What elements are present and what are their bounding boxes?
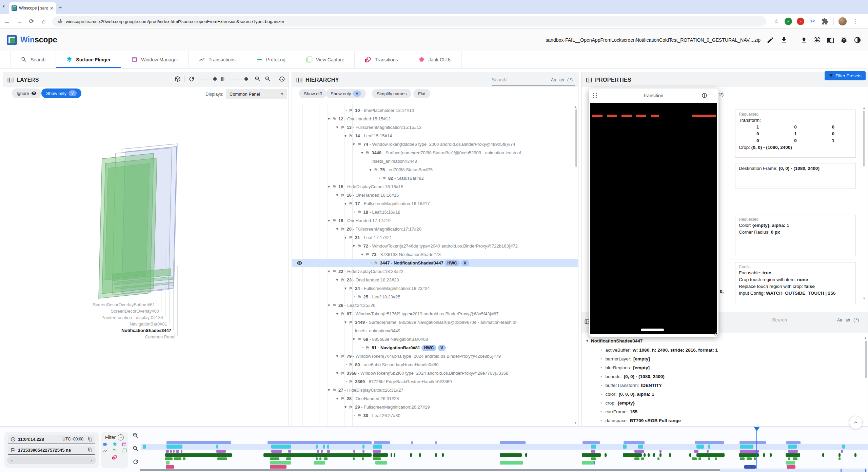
surface-flinger-track-event[interactable] xyxy=(623,445,627,449)
tab-view-capture[interactable]: View Capture xyxy=(296,51,355,68)
expand-arrow-icon[interactable]: ▼ xyxy=(344,284,349,293)
property-item-bufferTransform[interactable]: •bufferTransform:IDENTITY xyxy=(586,381,868,390)
view-capture-icon[interactable] xyxy=(122,448,127,453)
timeline-scrollbar[interactable] xyxy=(140,469,867,471)
timeline-cursor-head[interactable] xyxy=(754,427,760,431)
hierarchy-node-22[interactable]: ▼22 - HideDisplayCutout:18:23#22 xyxy=(292,267,578,276)
protolog-track-event[interactable] xyxy=(183,457,185,460)
protolog-track-event[interactable] xyxy=(217,457,227,460)
expand-arrow-icon[interactable]: ▼ xyxy=(586,339,589,343)
collapse-panel-icon[interactable] xyxy=(586,77,592,83)
transitions-icon[interactable] xyxy=(112,455,117,460)
scroll-left-icon[interactable]: ‹ xyxy=(11,458,13,463)
show-only-v-button[interactable]: Show only V xyxy=(41,88,81,98)
transactions-track-event[interactable] xyxy=(394,453,395,457)
window-manager-track-event[interactable] xyxy=(317,450,319,453)
protolog-track-event[interactable] xyxy=(373,457,381,460)
screen-recording-track-event[interactable] xyxy=(583,441,600,444)
hierarchy-node-12[interactable]: ▼12 - OneHanded:15:15#12 xyxy=(292,115,578,123)
expand-arrow-icon[interactable]: ▼ xyxy=(336,191,340,199)
screen-recording-track-event[interactable] xyxy=(166,441,231,444)
shortcuts-icon[interactable]: ⌘ xyxy=(814,36,821,44)
new-tab-button[interactable]: + xyxy=(58,4,62,11)
window-manager-track-event[interactable] xyxy=(173,450,175,453)
match-regex-icon[interactable]: (.*) xyxy=(853,318,859,322)
transactions-track-event[interactable] xyxy=(373,453,388,457)
layer-label-6[interactable]: Common Panel xyxy=(145,334,175,339)
protolog-track-event[interactable] xyxy=(747,457,752,460)
expand-arrow-icon[interactable]: ▼ xyxy=(327,115,332,123)
expand-arrow-icon[interactable]: ▼ xyxy=(327,267,332,276)
hierarchy-node-24[interactable]: ▼24 - FullscreenMagnification:18:23#24 xyxy=(292,284,578,293)
protolog-track-event[interactable] xyxy=(324,457,328,460)
spacing-icon[interactable] xyxy=(219,76,226,82)
surface-flinger-track-event[interactable] xyxy=(166,445,182,449)
match-word-icon[interactable]: ab xyxy=(559,78,564,82)
properties-scrollbar[interactable] xyxy=(863,111,865,166)
collapse-panel-icon[interactable] xyxy=(296,77,303,83)
show-only-button[interactable]: Show onlyV xyxy=(326,89,366,98)
transactions-track-event[interactable] xyxy=(500,453,522,457)
extensions-puzzle-icon[interactable] xyxy=(821,18,829,25)
transactions-track-event[interactable] xyxy=(419,453,421,457)
window-manager-track-event[interactable] xyxy=(288,450,291,453)
tab-surface-flinger[interactable]: Surface Flinger xyxy=(56,51,121,68)
hierarchy-node-68[interactable]: ▼68 - 885b63e NavigationBar0#68 xyxy=(292,335,578,343)
scroll-right-icon[interactable]: › xyxy=(91,458,92,463)
report-bug-icon[interactable] xyxy=(840,36,848,44)
transactions-track-event[interactable] xyxy=(391,453,392,457)
hierarchy-node-72[interactable]: ▼72 - WindowToken{a2746de type=2040 andr… xyxy=(292,242,578,250)
properties-list-scrollbar[interactable] xyxy=(865,341,867,378)
hierarchy-node-26[interactable]: ▼26 - Leaf:24:25#26 xyxy=(292,301,578,310)
window-manager-track-event[interactable] xyxy=(694,450,698,453)
scroll-down-icon[interactable]: ▼ xyxy=(863,297,866,300)
edit-icon[interactable] xyxy=(767,36,774,44)
scroll-down-icon[interactable]: ▼ xyxy=(574,421,577,425)
browser-menu-icon[interactable]: ⋮ xyxy=(851,18,859,25)
surface-flinger-track-event[interactable] xyxy=(323,445,325,449)
layer-label-1[interactable]: ScreenDecorOverlayBottom#61 xyxy=(93,302,155,307)
transitions-track-event[interactable] xyxy=(166,465,174,469)
expand-arrow-icon[interactable]: ▼ xyxy=(327,182,332,191)
expand-arrow-icon[interactable]: ▼ xyxy=(327,386,332,394)
ns-time-field[interactable]: 1715339054227572545 ns xyxy=(8,446,95,455)
transactions-track-event[interactable] xyxy=(739,453,759,457)
upload-icon[interactable] xyxy=(800,36,808,44)
protolog-track-event[interactable] xyxy=(839,457,841,460)
info-icon[interactable] xyxy=(702,93,707,98)
expand-arrow-icon[interactable]: ▼ xyxy=(336,352,340,360)
screen-recording-track-event[interactable] xyxy=(374,441,390,444)
surface-flinger-track-event[interactable] xyxy=(740,445,753,449)
transactions-track-event[interactable] xyxy=(410,453,412,457)
transactions-track-event[interactable] xyxy=(644,453,646,457)
view-capture-track-event[interactable] xyxy=(500,461,523,465)
property-item-activeBuffer[interactable]: •activeBuffer:w: 1080, h: 2400, stride: … xyxy=(586,346,868,354)
window-manager-icon[interactable] xyxy=(122,442,127,447)
flat-button[interactable]: Flat xyxy=(413,89,430,98)
expand-arrow-icon[interactable]: ▼ xyxy=(336,276,340,284)
layer-label-4[interactable]: NavigationBar0#81 xyxy=(130,321,167,327)
show-diff-button[interactable]: Show diff xyxy=(299,89,327,98)
properties-root-node[interactable]: ▼ NotificationShade#3447 xyxy=(586,336,868,346)
protolog-track-event[interactable] xyxy=(793,457,797,460)
expand-arrow-icon[interactable]: ▼ xyxy=(360,250,365,259)
zoom-out-icon[interactable] xyxy=(132,445,139,452)
view-capture-track-event[interactable] xyxy=(594,461,595,465)
view-capture-track-event[interactable] xyxy=(166,461,170,465)
expand-arrow-icon[interactable]: ▼ xyxy=(344,199,349,208)
expand-arrow-icon[interactable]: ▼ xyxy=(360,149,365,157)
window-manager-track-event[interactable] xyxy=(591,450,595,453)
hierarchy-node-14[interactable]: ▼14 - Leaf:15:15#14 xyxy=(292,132,578,140)
protolog-track-event[interactable] xyxy=(591,457,596,460)
hierarchy-node-20[interactable]: ▼20 - FullscreenMagnification:17:17#20 xyxy=(292,225,578,233)
layers-3d-canvas[interactable]: ScreenDecorOverlayBottom#61ScreenDecorOv… xyxy=(3,104,289,426)
search-match-options[interactable]: Aa ab (.*) xyxy=(551,78,573,82)
match-word-icon[interactable]: ab xyxy=(846,318,850,322)
transitions-track-event[interactable] xyxy=(744,465,756,469)
tab-window-manager[interactable]: Window Manager xyxy=(121,51,189,68)
hierarchy-node-3369[interactable]: •3369 - 67726bf EdgeBackGestureHandler0#… xyxy=(292,377,578,386)
hierarchy-node-10[interactable]: •10 - ImePlaceholder:13:14#10 xyxy=(292,106,578,115)
tab-transitions[interactable]: Transitions xyxy=(355,51,408,68)
hierarchy-node-21[interactable]: ▼21 - Leaf:17:17#21 xyxy=(292,233,578,242)
surface-flinger-track-event[interactable] xyxy=(362,445,364,449)
